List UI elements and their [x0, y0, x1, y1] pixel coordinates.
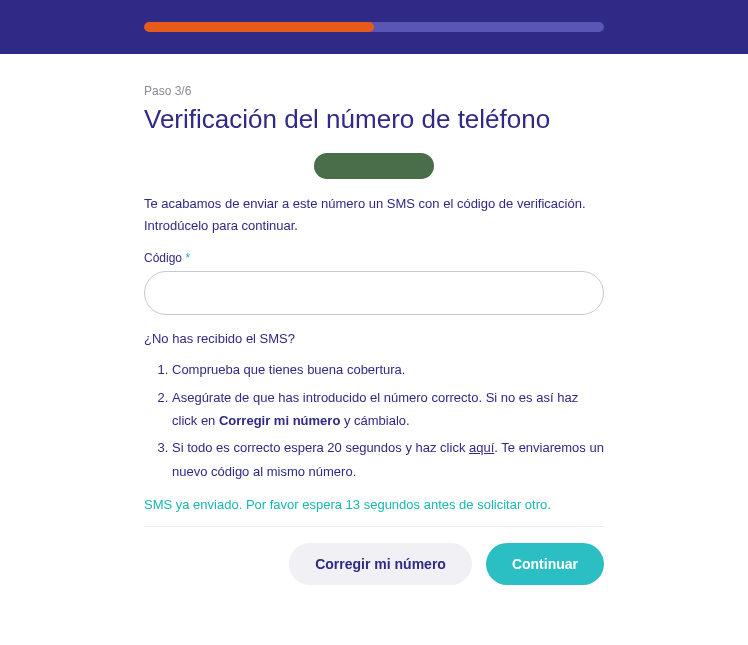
resend-link[interactable]: aquí — [469, 440, 494, 455]
help-item-2-bold: Corregir mi número — [219, 413, 340, 428]
continue-button[interactable]: Continuar — [486, 543, 604, 585]
progress-header — [0, 0, 748, 54]
code-label: Código * — [144, 251, 604, 265]
code-input[interactable] — [144, 271, 604, 315]
progress-fill — [144, 22, 374, 32]
help-title: ¿No has recibido el SMS? — [144, 331, 604, 346]
help-item-1: Comprueba que tienes buena cobertura. — [172, 358, 604, 381]
phone-number-redacted — [314, 153, 434, 179]
main-content: Paso 3/6 Verificación del número de telé… — [144, 54, 604, 585]
help-item-3: Si todo es correcto espera 20 segundos y… — [172, 436, 604, 483]
code-label-text: Código — [144, 251, 182, 265]
divider — [144, 526, 604, 527]
help-item-2: Asegúrate de que has introducido el núme… — [172, 386, 604, 433]
step-indicator: Paso 3/6 — [144, 84, 604, 98]
help-item-3-pre: Si todo es correcto espera 20 segundos y… — [172, 440, 469, 455]
help-list: Comprueba que tienes buena cobertura. As… — [144, 358, 604, 483]
help-item-2-post: y cámbialo. — [340, 413, 409, 428]
correct-number-button[interactable]: Corregir mi número — [289, 543, 472, 585]
status-message: SMS ya enviado. Por favor espera 13 segu… — [144, 497, 604, 512]
page-title: Verificación del número de teléfono — [144, 104, 604, 135]
required-mark: * — [185, 251, 190, 265]
button-row: Corregir mi número Continuar — [144, 543, 604, 585]
progress-bar — [144, 22, 604, 32]
instructions-text: Te acabamos de enviar a este número un S… — [144, 193, 604, 237]
